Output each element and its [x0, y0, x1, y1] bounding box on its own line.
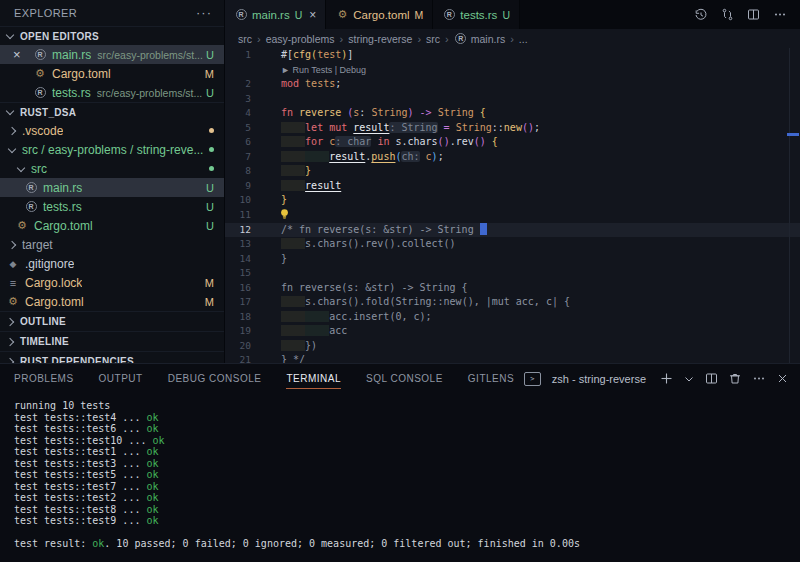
code-token: ()	[438, 136, 450, 147]
tree-item-file[interactable]: Rmain.rsU	[0, 178, 224, 197]
close-panel-icon[interactable]	[777, 373, 788, 384]
codelens-actions[interactable]: ► Run Tests | Debug	[281, 63, 366, 78]
more-actions-icon[interactable]	[773, 8, 787, 21]
section-label: TIMELINE	[20, 336, 69, 347]
code-line[interactable]: 16fn reverse(s: &str) -> String {	[225, 281, 800, 296]
code-line[interactable]: 12/* fn reverse(s: &str) -> String	[225, 223, 800, 238]
code-token: s.	[395, 136, 407, 147]
open-editor-item[interactable]: ×Rmain.rssrc/easy-problems/st...U	[0, 45, 224, 64]
close-icon[interactable]: ×	[13, 45, 21, 64]
code-line[interactable]: 1#[cfg(test)]	[225, 48, 800, 63]
panel-tab-gitlens[interactable]: GITLENS	[468, 365, 514, 393]
code-text: s.chars().fold(String::new(), |mut acc, …	[281, 295, 570, 310]
code-line[interactable]: 3	[225, 92, 800, 107]
code-token	[305, 151, 329, 162]
lightbulb-icon[interactable]	[281, 211, 290, 222]
breadcrumb-item[interactable]: easy-problems	[266, 33, 335, 45]
code-line[interactable]: 21} */	[225, 353, 800, 363]
tree-item-file[interactable]: ◆.gitignore	[0, 254, 224, 273]
code-token: fn reverse(s: &str) -> String {	[281, 282, 468, 293]
code-line[interactable]: 14}	[225, 252, 800, 267]
tree-item-folder[interactable]: src	[0, 159, 224, 178]
kill-terminal-icon[interactable]	[729, 372, 741, 385]
code-line[interactable]: 5 let mut result: String = String::new()…	[225, 121, 800, 136]
workspace-section-header[interactable]: RUST_DSA	[0, 102, 224, 121]
open-editors-section-header[interactable]: OPEN EDITORS	[0, 26, 224, 45]
tree-item-folder[interactable]: .vscode	[0, 121, 224, 140]
code-token: })	[305, 340, 317, 351]
tree-item-file[interactable]: ⚙Cargo.tomlM	[0, 292, 224, 311]
code-token: reverse	[299, 107, 341, 118]
tree-item-file[interactable]: Rtests.rsU	[0, 197, 224, 216]
panel-tab-terminal[interactable]: TERMINAL	[286, 365, 341, 393]
code-line[interactable]: 15	[225, 266, 800, 281]
terminal-output[interactable]: running 10 teststest tests::test4 ... ok…	[0, 393, 800, 550]
panel-tab-sql-console[interactable]: SQL CONSOLE	[366, 365, 443, 393]
open-editor-item[interactable]: ⚙Cargo.tomlM	[0, 64, 224, 83]
code-area[interactable]: 1#[cfg(test)]► Run Tests | Debug2mod tes…	[225, 48, 800, 363]
compare-changes-icon[interactable]	[721, 8, 734, 21]
code-line[interactable]: 4fn reverse (s: String) -> String {	[225, 106, 800, 121]
explorer-more-actions-icon[interactable]: ···	[196, 9, 212, 17]
rust-icon: R	[236, 9, 247, 20]
code-text: #[cfg(test)]	[281, 48, 353, 63]
code-line[interactable]: 6 for c: char in s.chars().rev() {	[225, 135, 800, 150]
close-icon[interactable]: ×	[309, 8, 316, 22]
code-token: acc	[329, 325, 347, 336]
panel-tab-problems[interactable]: PROBLEMS	[14, 365, 74, 393]
terminal-line: test tests::test10 ... ok	[14, 435, 800, 447]
tree-item-file[interactable]: ⚙Cargo.tomlU	[0, 216, 224, 235]
panel-tabs: PROBLEMSOUTPUTDEBUG CONSOLETERMINALSQL C…	[14, 365, 514, 393]
code-line[interactable]: 11	[225, 208, 800, 223]
split-terminal-icon[interactable]	[705, 372, 718, 385]
breadcrumb-item[interactable]: src	[238, 33, 252, 45]
code-line[interactable]: 19 acc	[225, 324, 800, 339]
more-actions-icon[interactable]	[752, 372, 766, 385]
sidebar-section-timeline[interactable]: TIMELINE	[0, 331, 224, 351]
code-token: ]	[347, 49, 353, 60]
breadcrumb-item[interactable]: main.rs	[471, 33, 505, 45]
line-number: 2	[225, 77, 251, 92]
tab-Cargo-toml[interactable]: ⚙Cargo.tomlM	[326, 0, 433, 29]
tab-tests-rs[interactable]: Rtests.rsU	[433, 0, 520, 29]
open-editor-item[interactable]: Rtests.rssrc/easy-problems/st...U	[0, 83, 224, 102]
terminal-picker-icon[interactable]	[684, 375, 694, 383]
code-line[interactable]: 13 s.chars().rev().collect()	[225, 237, 800, 252]
terminal-line: test tests::test5 ... ok	[14, 469, 800, 481]
code-line[interactable]: 9 result	[225, 179, 800, 194]
new-terminal-icon[interactable]	[660, 372, 673, 385]
split-editor-icon[interactable]	[747, 8, 760, 21]
overview-ruler[interactable]	[789, 48, 790, 363]
code-token: ;	[335, 78, 341, 89]
sidebar-section-rust-dependencies[interactable]: RUST DEPENDENCIES	[0, 351, 224, 363]
tree-item-file[interactable]: ≡Cargo.lockM	[0, 273, 224, 292]
line-number: 1	[225, 48, 251, 63]
codelens-line[interactable]: ► Run Tests | Debug	[225, 63, 800, 78]
panel-tab-output[interactable]: OUTPUT	[99, 365, 143, 393]
breadcrumb-item[interactable]: string-reverse	[348, 33, 412, 45]
sidebar-section-outline[interactable]: OUTLINE	[0, 311, 224, 331]
code-line[interactable]: 18 acc.insert(0, c);	[225, 310, 800, 325]
tree-item-folder[interactable]: target	[0, 235, 224, 254]
code-line[interactable]: 20 })	[225, 339, 800, 354]
tab-main-rs[interactable]: Rmain.rsU×	[225, 0, 326, 29]
code-line[interactable]: 10}	[225, 193, 800, 208]
code-token	[281, 165, 305, 176]
code-text: }	[281, 252, 287, 267]
code-token: : char	[335, 136, 371, 147]
tab-dirty-badge: M	[415, 9, 424, 21]
code-line[interactable]: 7 result.push(ch: c);	[225, 150, 800, 165]
terminal-session-label[interactable]: zsh - string-reverse	[552, 373, 646, 385]
code-text: for c: char in s.chars().rev() {	[281, 135, 498, 150]
code-line[interactable]: 17 s.chars().fold(String::new(), |mut ac…	[225, 295, 800, 310]
code-line[interactable]: 8 }	[225, 164, 800, 179]
panel-tab-debug-console[interactable]: DEBUG CONSOLE	[168, 365, 262, 393]
code-token: new	[504, 122, 522, 133]
file-name: tests.rs	[43, 200, 82, 214]
code-line[interactable]: 2mod tests;	[225, 77, 800, 92]
file-tree: .vscodesrc / easy-problems / string-reve…	[0, 121, 224, 311]
tree-item-folder[interactable]: src / easy-problems / string-reve...	[0, 140, 224, 159]
breadcrumb-item[interactable]: src	[426, 33, 440, 45]
breadcrumb-item[interactable]: ...	[519, 33, 528, 45]
history-icon[interactable]	[694, 8, 708, 22]
